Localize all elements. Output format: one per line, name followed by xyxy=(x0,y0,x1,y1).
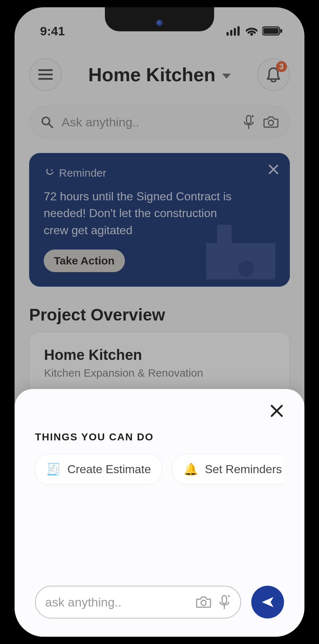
receipt-icon: 🧾 xyxy=(46,462,61,476)
send-button[interactable] xyxy=(251,586,284,619)
mic-icon[interactable] xyxy=(218,595,231,609)
chip-set-reminders[interactable]: 🔔 Set Reminders xyxy=(172,454,284,484)
assistant-input-placeholder: ask anything.. xyxy=(45,595,189,609)
svg-point-24 xyxy=(201,600,206,605)
sheet-close-button[interactable] xyxy=(269,404,284,420)
assistant-sheet: THINGS YOU CAN DO 🧾 Create Estimate 🔔 Se… xyxy=(15,389,304,637)
suggestion-chip-row: 🧾 Create Estimate 🔔 Set Reminders ⚙️ C xyxy=(35,454,284,486)
camera-icon[interactable] xyxy=(196,596,211,609)
svg-rect-25 xyxy=(222,596,227,604)
send-icon xyxy=(260,595,275,609)
chip-create-estimate[interactable]: 🧾 Create Estimate xyxy=(35,454,162,484)
chip-label: Create Estimate xyxy=(67,463,151,476)
chip-label: Set Reminders xyxy=(205,463,282,476)
sheet-heading: THINGS YOU CAN DO xyxy=(35,431,284,443)
svg-point-27 xyxy=(228,596,229,597)
bell-icon: 🔔 xyxy=(184,462,198,476)
assistant-input[interactable]: ask anything.. xyxy=(35,586,241,619)
close-icon xyxy=(269,404,284,418)
